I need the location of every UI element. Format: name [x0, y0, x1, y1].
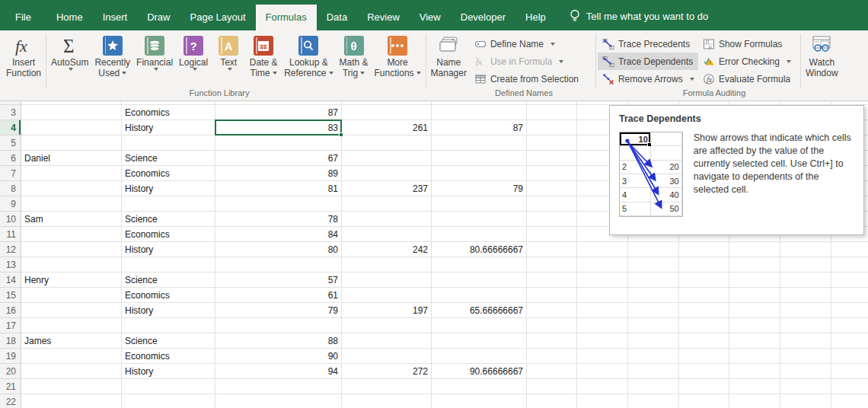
row-header-22[interactable]: 22 — [0, 394, 21, 408]
cell[interactable] — [679, 257, 729, 273]
text-button[interactable]: AText — [211, 30, 246, 90]
cell[interactable] — [122, 135, 215, 151]
cell[interactable] — [21, 105, 122, 120]
define-name-button[interactable]: Define Name — [470, 35, 594, 53]
cell[interactable] — [527, 273, 577, 288]
cell[interactable] — [527, 120, 577, 135]
cell[interactable]: 90 — [215, 349, 342, 364]
recently-button[interactable]: RecentlyUsed — [91, 30, 133, 90]
cell[interactable] — [780, 257, 831, 273]
cell[interactable] — [831, 318, 868, 333]
cell[interactable] — [122, 318, 215, 333]
cell[interactable] — [215, 135, 342, 151]
trace-dependents-button[interactable]: Trace Dependents — [598, 53, 698, 70]
cell[interactable]: 197 — [342, 303, 432, 318]
cell[interactable] — [342, 212, 432, 227]
cell[interactable] — [527, 318, 577, 333]
cell[interactable]: Science — [122, 212, 215, 227]
cell[interactable] — [527, 379, 577, 394]
cell[interactable] — [21, 166, 122, 181]
cell[interactable] — [831, 242, 868, 257]
cell[interactable] — [577, 379, 628, 394]
cell[interactable]: History — [122, 303, 215, 318]
cell[interactable] — [342, 196, 432, 212]
cell[interactable] — [729, 364, 780, 379]
cell[interactable] — [21, 394, 122, 408]
cell[interactable]: 90.66666667 — [432, 364, 527, 379]
cell[interactable] — [432, 257, 527, 273]
name-manager-button[interactable]: Name Manager — [428, 30, 470, 90]
cell[interactable]: 87 — [215, 105, 342, 120]
tab-file[interactable]: File — [0, 5, 46, 30]
cell[interactable] — [432, 379, 527, 394]
cell[interactable] — [527, 166, 577, 181]
cell[interactable]: History — [122, 242, 215, 257]
autosum-button[interactable]: ΣAutoSum — [48, 30, 91, 90]
cell[interactable]: Economics — [122, 288, 215, 303]
cell[interactable]: 89 — [215, 166, 342, 181]
cell[interactable] — [432, 105, 527, 120]
cell[interactable]: 88 — [215, 333, 342, 349]
cell[interactable] — [527, 349, 577, 364]
cell[interactable] — [122, 196, 215, 212]
cell[interactable]: Science — [122, 273, 215, 288]
cell[interactable] — [729, 288, 780, 303]
cell[interactable] — [342, 394, 432, 408]
row-header-6[interactable]: 6 — [0, 151, 21, 166]
row-header-9[interactable]: 9 — [0, 196, 21, 212]
cell[interactable] — [527, 212, 577, 227]
cell[interactable]: 67 — [215, 151, 342, 166]
cell[interactable] — [577, 394, 628, 408]
cell[interactable] — [432, 227, 527, 242]
cell[interactable] — [628, 379, 679, 394]
cell[interactable] — [831, 394, 868, 408]
tab-home[interactable]: Home — [46, 5, 93, 30]
cell[interactable] — [780, 288, 831, 303]
row-header-17[interactable]: 17 — [0, 318, 21, 333]
cell[interactable] — [342, 288, 432, 303]
cell[interactable] — [342, 318, 432, 333]
tab-page-layout[interactable]: Page Layout — [180, 5, 256, 30]
show-formulas-button[interactable]: 15fxShow Formulas — [698, 35, 799, 53]
create-from-selection-button[interactable]: Create from Selection — [470, 70, 594, 88]
row-header-10[interactable]: 10 — [0, 212, 21, 227]
cell[interactable]: 237 — [342, 181, 432, 196]
cell[interactable] — [432, 196, 527, 212]
cell[interactable] — [628, 257, 679, 273]
cell[interactable]: 65.66666667 — [432, 303, 527, 318]
cell[interactable] — [527, 242, 577, 257]
cell[interactable] — [432, 212, 527, 227]
cell[interactable] — [729, 273, 780, 288]
cell[interactable]: Economics — [122, 227, 215, 242]
cell[interactable]: 79 — [215, 303, 342, 318]
cell[interactable] — [831, 333, 868, 349]
cell[interactable] — [729, 349, 780, 364]
cell[interactable] — [342, 349, 432, 364]
cell[interactable]: Henry — [21, 273, 122, 288]
cell[interactable] — [21, 364, 122, 379]
tab-formulas[interactable]: Formulas — [256, 5, 317, 30]
cell[interactable] — [628, 318, 679, 333]
cell[interactable]: Science — [122, 333, 215, 349]
cell[interactable] — [729, 318, 780, 333]
row-header-18[interactable]: 18 — [0, 333, 21, 349]
tab-draw[interactable]: Draw — [137, 5, 180, 30]
cell[interactable]: 57 — [215, 273, 342, 288]
cell[interactable] — [432, 394, 527, 408]
cell[interactable] — [342, 333, 432, 349]
cell[interactable] — [628, 333, 679, 349]
cell[interactable] — [527, 364, 577, 379]
financial-button[interactable]: Financial — [133, 30, 176, 90]
cell[interactable]: 61 — [215, 288, 342, 303]
cell[interactable] — [21, 303, 122, 318]
row-header-14[interactable]: 14 — [0, 273, 21, 288]
cell[interactable] — [831, 257, 868, 273]
cell[interactable] — [780, 379, 831, 394]
insert-function-button[interactable]: fx Insert Function — [3, 30, 44, 90]
trace-precedents-button[interactable]: Trace Precedents — [598, 35, 698, 53]
cell[interactable] — [432, 166, 527, 181]
cell[interactable] — [342, 166, 432, 181]
cell[interactable]: History — [122, 181, 215, 196]
remove-arrows-button[interactable]: Remove Arrows — [598, 70, 698, 88]
cell[interactable] — [679, 379, 729, 394]
